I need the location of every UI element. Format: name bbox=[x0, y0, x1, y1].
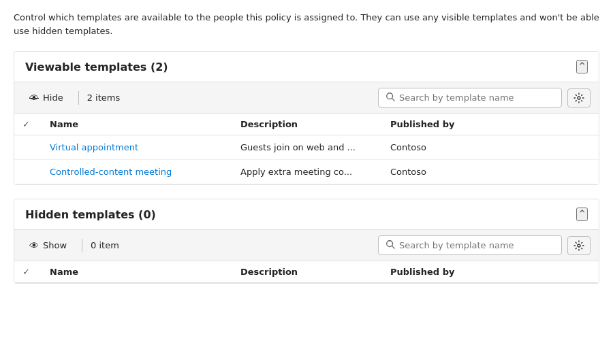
viewable-toolbar: 👁 Hide 2 items bbox=[14, 82, 599, 114]
viewable-section-header: Viewable templates (2) ⌃ bbox=[14, 52, 599, 82]
viewable-table-header: ✓ Name Description Published by bbox=[14, 114, 599, 135]
header-check-icon: ✓ bbox=[22, 119, 30, 129]
row1-description: Guests join on web and ... bbox=[240, 142, 390, 152]
hidden-search-input[interactable] bbox=[399, 240, 554, 250]
table-row: Virtual appointment Guests join on web a… bbox=[14, 135, 599, 160]
hidden-header-check-icon: ✓ bbox=[22, 267, 30, 277]
viewable-item-count: 2 items bbox=[87, 93, 121, 103]
hidden-search-box[interactable] bbox=[378, 235, 562, 255]
row2-name[interactable]: Controlled-content meeting bbox=[50, 167, 240, 177]
viewable-section-title: Viewable templates (2) bbox=[25, 61, 168, 73]
hidden-table: ✓ Name Description Published by bbox=[14, 261, 599, 283]
viewable-toolbar-left: 👁 Hide 2 items bbox=[22, 88, 120, 107]
hidden-item-count: 0 item bbox=[91, 240, 119, 250]
hidden-col-name: Name bbox=[50, 267, 240, 277]
svg-line-1 bbox=[392, 99, 395, 101]
show-button[interactable]: 👁 Show bbox=[22, 236, 74, 255]
viewable-search-input[interactable] bbox=[399, 93, 554, 103]
row2-published-by: Contoso bbox=[390, 167, 540, 177]
viewable-table: ✓ Name Description Published by Virtual … bbox=[14, 114, 599, 184]
row1-published-by: Contoso bbox=[390, 142, 540, 152]
hidden-col-extra bbox=[540, 267, 591, 277]
hidden-templates-section: Hidden templates (0) ⌃ 👁 Show 0 item bbox=[14, 199, 599, 284]
viewable-search-box[interactable] bbox=[378, 88, 562, 107]
hidden-section-title: Hidden templates (0) bbox=[25, 208, 156, 221]
hide-label: Hide bbox=[43, 93, 63, 103]
row1-name[interactable]: Virtual appointment bbox=[50, 142, 240, 152]
viewable-toolbar-right bbox=[378, 88, 591, 107]
viewable-search-icon bbox=[386, 92, 395, 103]
viewable-collapse-button[interactable]: ⌃ bbox=[576, 60, 588, 73]
hidden-toolbar-right bbox=[378, 235, 591, 255]
hidden-col-published-by: Published by bbox=[390, 267, 540, 277]
viewable-gear-button[interactable] bbox=[567, 88, 591, 107]
page-description: Control which templates are available to… bbox=[14, 11, 599, 37]
hide-eye-slash-icon: 👁 bbox=[29, 93, 39, 103]
hidden-toolbar: 👁 Show 0 item bbox=[14, 230, 599, 261]
show-eye-icon: 👁 bbox=[29, 240, 39, 251]
gear-icon bbox=[573, 93, 584, 103]
hidden-search-icon bbox=[386, 239, 395, 251]
hidden-toolbar-divider bbox=[82, 239, 82, 252]
hidden-collapse-button[interactable]: ⌃ bbox=[576, 208, 588, 221]
hidden-col-description: Description bbox=[240, 267, 390, 277]
gear-icon bbox=[573, 240, 584, 251]
col-name: Name bbox=[50, 119, 240, 129]
col-check: ✓ bbox=[22, 119, 50, 129]
show-label: Show bbox=[43, 240, 67, 250]
hidden-col-check: ✓ bbox=[22, 267, 50, 277]
row2-description: Apply extra meeting co... bbox=[240, 167, 390, 177]
hide-button[interactable]: 👁 Hide bbox=[22, 88, 70, 107]
hidden-toolbar-left: 👁 Show 0 item bbox=[22, 236, 119, 255]
hidden-section-header: Hidden templates (0) ⌃ bbox=[14, 199, 599, 230]
col-published-by: Published by bbox=[390, 119, 540, 129]
hidden-gear-button[interactable] bbox=[567, 236, 591, 255]
table-row: Controlled-content meeting Apply extra m… bbox=[14, 160, 599, 184]
toolbar-divider bbox=[78, 91, 79, 105]
viewable-templates-section: Viewable templates (2) ⌃ 👁 Hide 2 items bbox=[14, 51, 599, 185]
col-description: Description bbox=[240, 119, 390, 129]
svg-line-3 bbox=[392, 246, 395, 249]
hidden-table-header: ✓ Name Description Published by bbox=[14, 261, 599, 283]
col-extra bbox=[540, 119, 591, 129]
